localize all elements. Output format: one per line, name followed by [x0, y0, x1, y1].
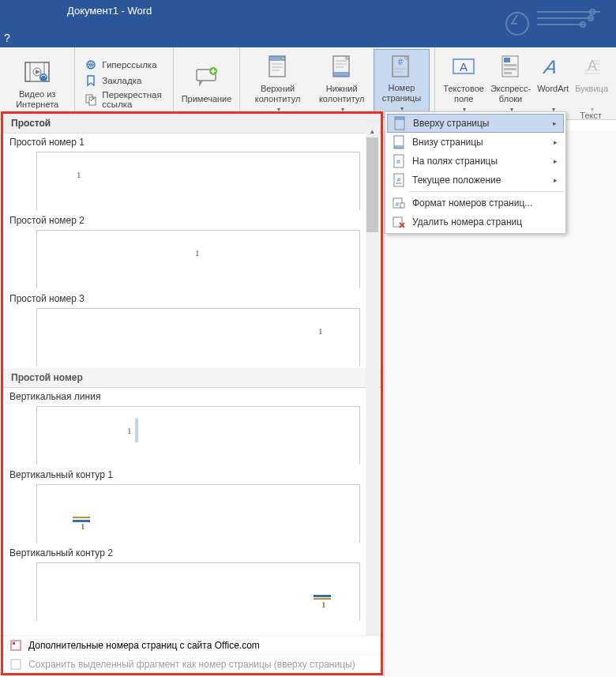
dd-label: Удалить номера страниц	[412, 216, 522, 228]
gallery-preview: 1	[36, 562, 360, 621]
preview-number: 1	[318, 326, 323, 336]
svg-text:#: #	[396, 201, 400, 208]
gallery-item[interactable]: Простой номер 1 1	[3, 134, 381, 212]
gallery-item-title: Простой номер 1	[9, 137, 374, 148]
chevron-right-icon: ▸	[553, 119, 557, 127]
gallery-group-header: Простой	[3, 114, 381, 134]
gallery-footer: Дополнительные номера страниц с сайта Of…	[3, 635, 381, 673]
svg-rect-34	[395, 117, 404, 120]
svg-rect-18	[333, 72, 349, 77]
gallery-item-title: Вертикальный контур 1	[9, 469, 374, 480]
footer-button[interactable]: Нижний колонтитул▾	[310, 49, 374, 118]
dd-label: Формат номеров страниц...	[412, 197, 532, 209]
video-icon	[23, 58, 51, 86]
preview-contour	[314, 595, 331, 597]
svg-rect-32	[11, 660, 21, 669]
crossref-label: Перекрестная ссылка	[102, 90, 163, 109]
dd-format-numbers[interactable]: # Формат номеров страниц...	[387, 194, 564, 213]
ribbon-group-links: Гиперссылка Закладка Перекрестная ссылка	[75, 47, 173, 119]
bookmark-icon	[85, 74, 97, 87]
office-icon	[9, 639, 22, 652]
page-bottom-icon	[390, 134, 408, 150]
format-icon: #	[390, 195, 408, 211]
page-number-dropdown: Вверху страницы ▸ Внизу страницы ▸ # На …	[385, 111, 566, 234]
quickparts-label: Экспресс-блоки	[490, 84, 531, 104]
gallery-item[interactable]: Вертикальный контур 2 1	[3, 544, 381, 622]
gallery-item[interactable]: Вертикальный контур 1 1	[3, 466, 381, 544]
quickparts-button[interactable]: Экспресс-блоки▾	[487, 49, 534, 118]
gallery-scrollbar[interactable]: ▴ ▾	[366, 137, 379, 632]
dd-bottom-of-page[interactable]: Внизу страницы ▸	[387, 133, 564, 152]
page-margins-icon: #	[390, 153, 408, 169]
ribbon-group-media: Видео из Интернета	[0, 47, 75, 119]
textbox-label: Текстовое поле	[443, 84, 484, 104]
preview-number: 1	[195, 248, 200, 258]
gallery-item[interactable]: Простой номер 2 1	[3, 212, 381, 290]
save-icon	[9, 658, 22, 671]
gallery-preview: 1	[36, 406, 360, 464]
ribbon-group-comments: Примечание	[174, 47, 241, 119]
footer-label: Нижний колонтитул	[314, 84, 370, 104]
svg-text:A: A	[588, 58, 597, 73]
quickparts-icon	[497, 52, 525, 81]
gallery-item-title: Простой номер 2	[9, 215, 374, 226]
wordart-button[interactable]: A WordArt▾	[534, 49, 572, 118]
dd-current-position[interactable]: # Текущее положение ▸	[387, 171, 564, 190]
page-number-icon: #	[387, 53, 415, 80]
gallery-item-title: Вертикальный контур 2	[9, 547, 374, 559]
more-from-office-button[interactable]: Дополнительные номера страниц с сайта Of…	[3, 635, 381, 654]
comment-icon	[193, 62, 221, 91]
dd-page-margins[interactable]: # На полях страницы ▸	[387, 152, 564, 171]
svg-text:#: #	[397, 176, 401, 183]
dd-remove-numbers[interactable]: Удалить номера страниц	[387, 213, 564, 231]
bookmark-button[interactable]: Закладка	[85, 74, 163, 87]
svg-rect-5	[25, 62, 30, 81]
comment-button[interactable]: Примечание	[178, 49, 235, 118]
gallery-preview: 1	[36, 152, 360, 210]
gallery-preview: 1	[36, 484, 360, 543]
header-button[interactable]: Верхний колонтитул▾	[245, 49, 310, 118]
chevron-right-icon: ▸	[554, 138, 558, 146]
dd-label: Вверху страницы	[413, 118, 489, 129]
insert-online-video-button[interactable]: Видео из Интернета	[5, 49, 69, 118]
svg-rect-26	[504, 68, 516, 70]
ribbon-group-label-text: Текст	[580, 111, 602, 120]
help-question-icon: ?	[4, 32, 10, 44]
svg-text:A: A	[541, 56, 559, 77]
hyperlink-button[interactable]: Гиперссылка	[85, 58, 163, 71]
gallery-item-title: Вертикальная линия	[9, 391, 374, 402]
svg-rect-25	[504, 64, 516, 66]
header-label: Верхний колонтитул	[248, 84, 306, 104]
gallery-item[interactable]: Простой номер 3 1	[3, 290, 381, 368]
svg-rect-43	[400, 203, 404, 208]
title-bar: Документ1 - Word ?	[0, 0, 616, 47]
crossref-button[interactable]: Перекрестная ссылка	[85, 90, 163, 109]
wordart-label: WordArt	[537, 84, 569, 94]
more-label: Дополнительные номера страниц с сайта Of…	[28, 640, 260, 651]
scroll-thumb[interactable]	[366, 137, 378, 232]
gallery-group-header: Простой номер	[3, 368, 381, 388]
page-number-button[interactable]: # Номер страницы▾	[374, 49, 430, 118]
footer-icon	[328, 52, 356, 81]
hyperlink-label: Гиперссылка	[102, 60, 156, 70]
chevron-right-icon: ▸	[554, 176, 558, 184]
crossref-icon	[85, 93, 97, 106]
textbox-button[interactable]: A Текстовое поле▾	[440, 49, 487, 118]
svg-rect-31	[13, 642, 15, 645]
svg-marker-8	[36, 70, 40, 74]
gallery-preview: 1	[36, 308, 360, 367]
svg-rect-36	[394, 145, 404, 149]
svg-rect-30	[11, 641, 21, 650]
dropcap-button[interactable]: A Буквица▾	[572, 49, 611, 118]
scroll-up-button[interactable]: ▴	[366, 124, 379, 137]
video-label: Видео из Интернета	[8, 89, 66, 110]
dropcap-label: Буквица	[575, 84, 608, 94]
dd-label: Текущее положение	[412, 175, 501, 186]
gallery-item[interactable]: Вертикальная линия 1	[3, 388, 381, 466]
chevron-right-icon: ▸	[554, 157, 558, 165]
wordart-icon: A	[539, 52, 567, 81]
dd-top-of-page[interactable]: Вверху страницы ▸	[387, 114, 564, 133]
pagenum-label: Номер страницы	[377, 83, 426, 103]
preview-number: 1	[81, 521, 85, 531]
preview-number: 1	[321, 600, 326, 609]
